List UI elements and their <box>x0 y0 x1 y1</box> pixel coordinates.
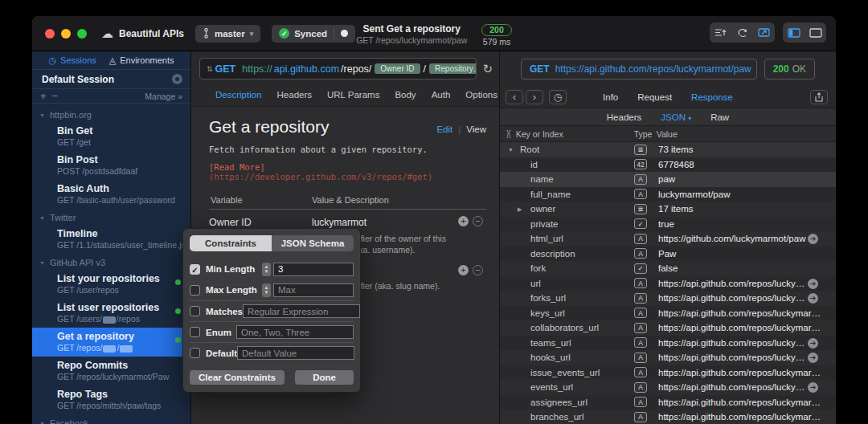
add-variable-button[interactable]: + <box>458 265 469 275</box>
manage-sessions-link[interactable]: Manage » <box>145 92 182 101</box>
clear-constraints-button[interactable]: Clear Constraints <box>190 370 285 385</box>
request-group-httpbin-org[interactable]: ▼httpbin.org <box>32 106 190 122</box>
share-button[interactable] <box>810 90 828 104</box>
zoom-window-button[interactable] <box>77 29 87 39</box>
view-link[interactable]: View <box>466 124 486 134</box>
json-row-collaborators_url[interactable]: collaborators_urlAhttps://api.github.com… <box>500 320 836 336</box>
matches-input[interactable] <box>243 304 360 318</box>
done-button[interactable]: Done <box>295 370 354 385</box>
open-url-arrow-button[interactable]: ➔ <box>808 353 818 363</box>
add-session-button[interactable]: + <box>40 90 47 102</box>
default-input[interactable] <box>237 346 354 360</box>
request-item-repo-tags[interactable]: Repo TagsGET /repos/mittsh/paw/tags <box>32 385 190 414</box>
owner-id-variable-chip[interactable]: Owner ID <box>375 63 420 74</box>
json-row-hooks_url[interactable]: hooks_urlAhttps://api.github.com/repos/l… <box>500 350 836 365</box>
json-row-keys_url[interactable]: keys_urlAhttps://api.github.com/repos/lu… <box>500 306 836 321</box>
tab-auth[interactable]: Auth <box>432 90 451 100</box>
history-loop-icon[interactable] <box>731 22 753 43</box>
min-length-checkbox[interactable]: ✓ <box>190 264 200 275</box>
disclosure-right-icon[interactable]: ▶ <box>518 206 522 213</box>
request-item-list-your-repositories[interactable]: List your repositoriesGET /user/repos <box>32 270 190 299</box>
json-row-description[interactable]: descriptionAPaw <box>500 247 836 262</box>
sidebar-toggle-icon[interactable] <box>783 22 805 43</box>
value-stepper[interactable]: ▲▼ <box>262 263 271 276</box>
request-group-facebook[interactable]: ▼Facebook <box>32 414 190 424</box>
json-row-forks_url[interactable]: forks_urlAhttps://api.github.com/repos/l… <box>500 291 836 306</box>
enum-checkbox[interactable] <box>190 327 200 337</box>
min-length-input[interactable] <box>273 263 354 276</box>
add-variable-button[interactable]: + <box>458 216 469 226</box>
json-row-name[interactable]: nameApaw <box>500 172 836 187</box>
history-clock-button[interactable]: ◷ <box>549 90 567 104</box>
remove-variable-button[interactable]: − <box>473 216 483 226</box>
variable-value[interactable]: luckymarmot <box>312 217 451 228</box>
tab-options[interactable]: Options <box>465 90 497 100</box>
request-item-bin-post[interactable]: Bin PostPOST /postdsadfdaaf <box>32 151 190 180</box>
json-row-fork[interactable]: fork✓false <box>500 261 836 276</box>
request-group-twitter[interactable]: ▼Twitter <box>32 209 190 225</box>
response-tab-request[interactable]: Request <box>637 92 672 102</box>
sidebar-tab-environments[interactable]: ◬Environments <box>109 55 174 66</box>
tab-headers[interactable]: Headers <box>277 90 312 100</box>
history-back-button[interactable]: ‹ <box>506 90 523 104</box>
response-tab-info[interactable]: Info <box>603 92 618 102</box>
value-stepper[interactable]: ▲▼ <box>262 283 271 297</box>
tab-url-params[interactable]: URL Params <box>327 90 379 100</box>
sync-status-control[interactable]: ✓ Synced <box>272 25 355 43</box>
request-item-get-a-repository[interactable]: Get a repositoryGET /repos// <box>32 328 190 357</box>
open-url-arrow-button[interactable]: ➔ <box>808 382 818 393</box>
json-row-assignees_url[interactable]: assignees_urlAhttps://api.github.com/rep… <box>500 395 836 410</box>
max-length-checkbox[interactable] <box>190 285 200 296</box>
request-item-bin-get[interactable]: Bin GetGET /get <box>32 122 190 151</box>
default-checkbox[interactable] <box>190 348 200 358</box>
format-tab-raw[interactable]: Raw <box>710 112 729 122</box>
json-row-full_name[interactable]: full_nameAluckymarmot/paw <box>500 187 836 202</box>
json-row-root[interactable]: ▼Root≣73 items <box>500 142 836 157</box>
json-row-branches_url[interactable]: branches_urlAhttps://api.github.com/repo… <box>500 410 836 424</box>
tab-body[interactable]: Body <box>395 90 416 100</box>
response-tab-response[interactable]: Response <box>691 92 733 102</box>
key-column-header[interactable]: Key or Index <box>516 129 627 139</box>
max-length-input[interactable] <box>273 283 354 297</box>
json-row-html_url[interactable]: html_urlAhttps://github.com/luckymarmot/… <box>500 231 836 247</box>
json-row-id[interactable]: id426778468 <box>500 157 836 173</box>
response-url-field[interactable]: GET https://api.github.com/repos/luckyma… <box>521 59 757 80</box>
json-row-events_url[interactable]: events_urlAhttps://api.github.com/repos/… <box>500 380 836 395</box>
disclosure-triangle-icon[interactable]: ▼ <box>39 421 45 424</box>
detach-window-icon[interactable] <box>753 22 775 43</box>
format-tab-headers[interactable]: Headers <box>607 112 641 122</box>
remove-session-button[interactable]: − <box>52 90 59 102</box>
open-url-arrow-button[interactable]: ➔ <box>808 279 818 289</box>
refresh-icon[interactable]: ↻ <box>482 62 493 76</box>
enum-input[interactable] <box>236 325 354 339</box>
remove-variable-button[interactable]: − <box>473 265 483 275</box>
matches-checkbox[interactable] <box>190 306 200 316</box>
request-item-list-user-repositories[interactable]: List user repositoriesGET /users//repos <box>32 299 190 328</box>
format-tab-json[interactable]: JSON ▾ <box>661 112 691 122</box>
sidebar-tab-sessions[interactable]: ◷Sessions <box>49 55 96 66</box>
disclosure-down-icon[interactable]: ▼ <box>508 147 514 153</box>
request-item-timeline[interactable]: TimelineGET /1.1/statuses/user_timeline.… <box>32 225 190 254</box>
open-url-arrow-button[interactable]: ➔ <box>808 293 818 304</box>
json-row-private[interactable]: private✓true <box>500 217 836 232</box>
session-row[interactable]: Default Session <box>32 70 190 89</box>
method-label[interactable]: GET <box>215 63 236 75</box>
tab-description[interactable]: Description <box>215 90 262 100</box>
method-sort-icon[interactable]: ⇅ <box>207 65 213 73</box>
send-request-icon[interactable] <box>710 22 731 43</box>
branch-dropdown[interactable]: master ▾ <box>195 25 260 43</box>
edit-link[interactable]: Edit <box>436 124 452 134</box>
json-row-owner[interactable]: ▶owner≣17 items <box>500 202 836 217</box>
request-group-github-api-v3[interactable]: ▼GitHub API v3 <box>32 254 190 270</box>
json-row-issue_events_url[interactable]: issue_events_urlAhttps://api.github.com/… <box>500 365 836 381</box>
request-item-repo-commits[interactable]: Repo CommitsGET /repos/luckymarmot/Paw <box>32 357 190 385</box>
session-target-icon[interactable] <box>172 74 182 84</box>
history-forward-button[interactable]: › <box>526 90 543 104</box>
read-more-link[interactable]: [Read More] <box>209 162 265 172</box>
minimize-window-button[interactable] <box>61 29 71 39</box>
request-item-basic-auth[interactable]: Basic AuthGET /basic-auth/user/password <box>32 180 190 209</box>
disclosure-triangle-icon[interactable]: ▼ <box>39 215 45 221</box>
close-window-button[interactable] <box>45 29 55 39</box>
type-column-header[interactable]: Type <box>634 129 657 139</box>
json-row-url[interactable]: urlAhttps://api.github.com/repos/lucky…➔ <box>500 276 836 292</box>
